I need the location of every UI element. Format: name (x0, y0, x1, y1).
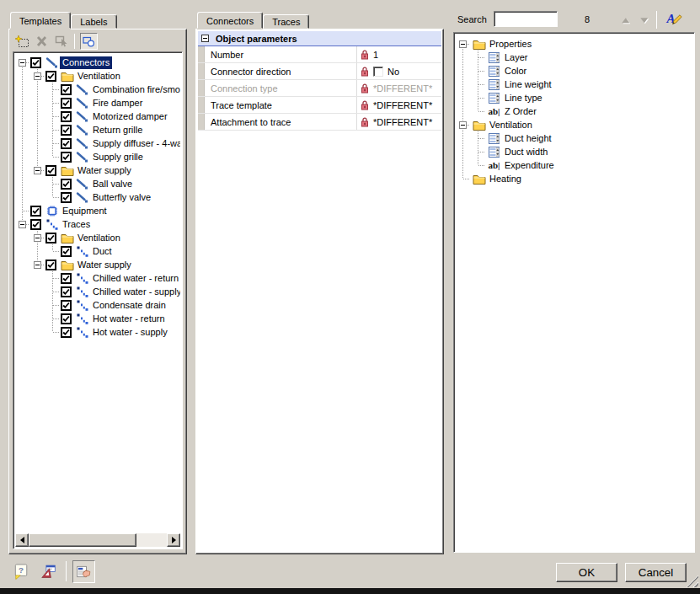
collapse-box-icon[interactable] (201, 35, 209, 42)
scrollbar-thumb[interactable] (29, 533, 136, 547)
tree-item-label: Motorized damper (90, 110, 170, 123)
tree-item-properties[interactable]: Properties (456, 37, 692, 51)
checkbox[interactable] (61, 273, 72, 284)
checkbox[interactable] (61, 286, 72, 297)
property-row-attachment-to-trace[interactable]: Attachment to trace*DIFFERENT* (198, 114, 441, 131)
checkbox[interactable] (61, 313, 72, 324)
checkbox[interactable] (61, 179, 72, 190)
tab-labels[interactable]: Labels (71, 14, 116, 29)
tree-item-butterfly-valve[interactable]: Butterfly valve (15, 190, 180, 204)
property-row-connection-type[interactable]: Connection type*DIFFERENT* (198, 80, 441, 97)
row-margin (198, 80, 205, 96)
tree-item-ball-valve[interactable]: Ball valve (15, 177, 180, 190)
tree-item-fire-damper[interactable]: Fire damper (15, 96, 180, 110)
tree-item-duct-width[interactable]: Duct width (456, 145, 692, 158)
expand-box[interactable] (34, 167, 41, 174)
scroll-left-button[interactable] (15, 533, 29, 547)
checkbox[interactable] (61, 111, 72, 122)
connector-icon (75, 190, 89, 204)
tree-item-z-order[interactable]: ab|Z Order (456, 104, 692, 118)
tree-item-hot-water-supply[interactable]: Hot water - supply (15, 325, 180, 339)
tree-item-ventilation[interactable]: Ventilation (15, 69, 180, 83)
checkbox[interactable] (61, 138, 72, 149)
checkbox[interactable] (45, 233, 56, 243)
checkbox[interactable] (30, 57, 41, 68)
tree-item-expenditure[interactable]: ab|Expenditure (456, 158, 692, 172)
checkbox[interactable] (61, 327, 72, 338)
pick-button[interactable] (52, 33, 70, 50)
tree-item-condensate-drain[interactable]: Condensate drain (15, 298, 180, 312)
tree-item-traces[interactable]: Traces (15, 217, 180, 231)
tab-connectors[interactable]: Connectors (197, 12, 263, 29)
tree-item-label: Fire damper (90, 97, 145, 110)
new-template-button[interactable] (13, 33, 31, 50)
tab-traces[interactable]: Traces (263, 14, 309, 29)
tree-item-duct[interactable]: Duct (15, 244, 180, 258)
delete-button[interactable] (33, 33, 51, 50)
norms-button[interactable] (37, 560, 60, 583)
tab-templates[interactable]: Templates (10, 12, 71, 29)
preview-toggle-button[interactable] (80, 33, 98, 50)
tree-item-return-grille[interactable]: Return grille (15, 123, 180, 136)
tree-item-hot-water-return[interactable]: Hot water - return (15, 312, 180, 325)
expand-box[interactable] (459, 121, 467, 129)
horizontal-scrollbar[interactable] (15, 533, 180, 547)
checkbox[interactable] (30, 206, 41, 217)
tree-item-motorized-damper[interactable]: Motorized damper (15, 110, 180, 123)
value-checkbox[interactable] (373, 67, 383, 77)
tree-item-chilled-water-return[interactable]: Chilled water - return (15, 271, 180, 285)
property-row-connector-direction[interactable]: Connector directionNo (198, 63, 441, 80)
search-input[interactable] (494, 11, 558, 27)
expand-box[interactable] (34, 261, 41, 269)
help-button[interactable]: ? (10, 560, 33, 583)
expand-box[interactable] (459, 40, 467, 48)
tree-item-supply-grille[interactable]: Supply grille (15, 150, 180, 163)
find-next-button[interactable] (637, 13, 652, 27)
expand-box[interactable] (34, 72, 41, 80)
cancel-button[interactable]: Cancel (625, 563, 687, 582)
property-row-number[interactable]: Number1 (198, 46, 441, 63)
tree-item-water-supply[interactable]: Water supply (15, 258, 180, 271)
property-value-cell[interactable]: *DIFFERENT* (356, 80, 441, 96)
checkbox[interactable] (61, 84, 72, 95)
ok-button[interactable]: OK (556, 563, 617, 582)
form-editor-button[interactable] (72, 560, 95, 583)
tree-item-combination-fire-smo[interactable]: Combination fire/smo (15, 83, 180, 96)
tree-item-water-supply[interactable]: Water supply (15, 163, 180, 177)
property-value-cell[interactable]: No (356, 63, 441, 79)
property-row-trace-template[interactable]: Trace template*DIFFERENT* (198, 97, 441, 114)
checkbox[interactable] (61, 125, 72, 136)
tree-item-duct-height[interactable]: Duct height (456, 131, 692, 145)
tree-item-ventilation[interactable]: Ventilation (15, 231, 180, 244)
property-value-cell[interactable]: *DIFFERENT* (356, 97, 441, 113)
font-edit-button[interactable]: A (663, 10, 686, 29)
find-previous-button[interactable] (618, 13, 633, 27)
checkbox[interactable] (30, 219, 41, 230)
property-value-cell[interactable]: 1 (356, 46, 441, 62)
tree-item-chilled-water-supply[interactable]: Chilled water - supply (15, 285, 180, 298)
tree-item-connectors[interactable]: Connectors (15, 56, 180, 69)
checkbox[interactable] (61, 300, 72, 311)
checkbox[interactable] (45, 260, 56, 270)
checkbox[interactable] (61, 192, 72, 203)
tree-item-line-weight[interactable]: Line weight (456, 78, 692, 91)
property-value-cell[interactable]: *DIFFERENT* (356, 114, 441, 130)
checkbox[interactable] (61, 246, 72, 257)
tree-item-line-type[interactable]: Line type (456, 91, 692, 104)
tree-item-ventilation[interactable]: Ventilation (456, 118, 692, 131)
tree-item-layer[interactable]: Layer (456, 51, 692, 64)
tree-item-heating[interactable]: Heating (456, 172, 692, 185)
checkbox[interactable] (61, 98, 72, 109)
checkbox[interactable] (45, 71, 56, 82)
resize-grip[interactable] (687, 575, 698, 587)
tree-item-supply-diffuser-4-wa[interactable]: Supply diffuser - 4-wa (15, 136, 180, 150)
tree-item-label: Layer (502, 51, 531, 64)
checkbox[interactable] (45, 165, 56, 176)
scroll-right-button[interactable] (167, 533, 180, 547)
tree-item-color[interactable]: Color (456, 64, 692, 78)
tree-item-equipment[interactable]: Equipment (15, 204, 180, 217)
expand-box[interactable] (19, 221, 26, 228)
expand-box[interactable] (19, 59, 26, 67)
checkbox[interactable] (61, 152, 72, 163)
expand-box[interactable] (34, 234, 41, 242)
